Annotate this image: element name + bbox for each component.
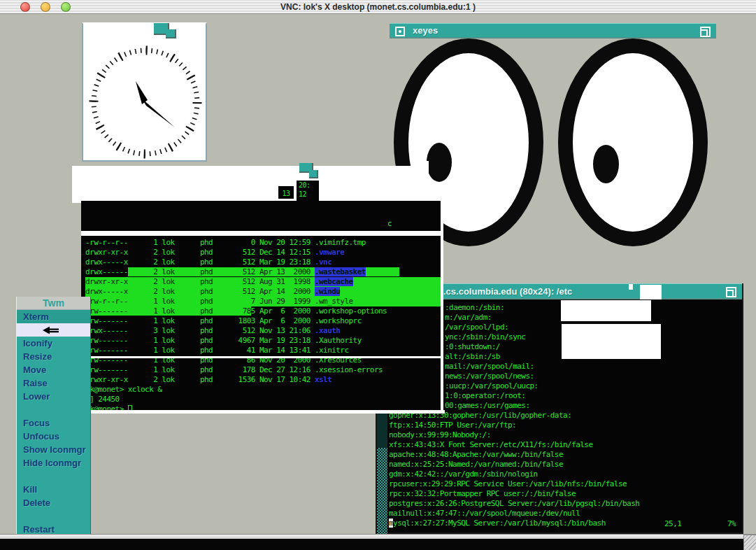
terminal-row: drwx------ 2 lok phd 512 Apr 13 2000 .wa… bbox=[85, 267, 441, 277]
terminal-row: xfs:x:43:43:X Font Server:/etc/X11/fs:/b… bbox=[389, 440, 639, 450]
window-title: VNC: lok's X desktop (monet.cs.columbia.… bbox=[280, 2, 476, 12]
vnc-viewer-window: VNC: lok's X desktop (monet.cs.columbia.… bbox=[0, 0, 756, 550]
terminal-row: -rw-r--r-- 1 lok phd 7 Jun 29 1999 .wm_s… bbox=[85, 297, 441, 306]
window-border bbox=[81, 410, 445, 414]
stray-character: c bbox=[387, 219, 392, 229]
terminal-row: :0:shutdown:/ bbox=[445, 342, 539, 352]
terminal-row: ftp:x:14:50:FTP User:/var/ftp: bbox=[389, 421, 639, 430]
menu-separator bbox=[17, 470, 90, 483]
twm-menu[interactable]: Twm XtermIconifyResizeMoveRaiseLowerFocu… bbox=[16, 297, 91, 537]
menu-item-raise[interactable]: Raise bbox=[17, 376, 90, 390]
terminal-row: rpc:x:32:32:Portmapper RPC user:/:/bin/f… bbox=[389, 489, 639, 499]
menu-item-focus[interactable]: Focus bbox=[17, 416, 90, 430]
passwd-lines-occluded: :daemon:/sbin:m:/var/adm:/var/spool/lpd:… bbox=[445, 303, 539, 411]
passwd-lines: gopher:x:13:30:gopher:/usr/lib/gopher-da… bbox=[389, 411, 639, 528]
iconify-icon[interactable] bbox=[395, 27, 405, 36]
terminal-row: apache:x:48:48:Apache:/var/www:/bin/fals… bbox=[389, 450, 639, 460]
terminal-row: news:/var/spool/news: bbox=[445, 372, 539, 381]
terminal-row: -rw------- 1 lok phd 1803 Apr 6 2000 .wo… bbox=[85, 316, 441, 326]
menu-item-lower[interactable]: Lower bbox=[17, 390, 90, 403]
terminal-row: mysql:x:27:27:MySQL Server:/var/lib/mysq… bbox=[389, 519, 639, 528]
resize-icon[interactable] bbox=[726, 287, 736, 297]
terminal-row: rpcuser:x:29:29:RPC Service User:/var/li… bbox=[389, 479, 639, 489]
twm-menu-header: Twm bbox=[17, 297, 90, 310]
xeyes-titlebar[interactable]: xeyes bbox=[390, 23, 716, 38]
terminal-row: ync:/sbin:/bin/sync bbox=[445, 332, 539, 342]
minimize-button[interactable] bbox=[41, 2, 50, 12]
terminal-row: drwx-----x 2 lok phd 512 Mar 19 23:18 .v… bbox=[85, 258, 441, 267]
mouse-cursor-icon bbox=[42, 326, 60, 334]
text-fragment: 13 bbox=[278, 186, 294, 199]
terminal-row: -rw------- 1 lok phd 4967 Mar 19 23:18 .… bbox=[85, 336, 441, 346]
twm-menu-items: XtermIconifyResizeMoveRaiseLowerFocusUnf… bbox=[17, 310, 90, 536]
terminal-row: -rw------- 1 lok phd 785 Apr 6 2000 .wor… bbox=[85, 306, 441, 316]
terminal-row: [1] 24450 bbox=[81, 395, 441, 404]
terminal-row: drwxr-xr-x 2 lok phd 512 Dec 14 12:15 .v… bbox=[85, 248, 441, 258]
terminal-row: 00:games:/usr/games: bbox=[445, 401, 539, 411]
text-fragment-line: 20: bbox=[299, 181, 319, 190]
text-fragment-line: 12 bbox=[299, 190, 319, 199]
window-decor-artifact bbox=[166, 29, 176, 38]
terminal-row: lok@monet> xclock & bbox=[81, 385, 441, 395]
xeyes-title: xeyes bbox=[413, 25, 438, 36]
scrollbar-thumb[interactable] bbox=[377, 448, 387, 534]
menu-highlighted-row[interactable] bbox=[17, 323, 90, 337]
terminal-row: :uucp:/var/spool/uucp: bbox=[445, 381, 539, 391]
menu-item-iconify[interactable]: Iconify bbox=[17, 337, 90, 350]
terminal-row: -rw------- 1 lok phd 178 Dec 27 12:16 .x… bbox=[85, 365, 441, 375]
unrefreshed-region bbox=[561, 300, 651, 321]
terminal-row: /var/spool/lpd: bbox=[445, 323, 539, 332]
terminal-row: :daemon:/sbin: bbox=[445, 303, 539, 313]
terminal-row: drwx-----x 2 lok phd 512 Apr 14 2000 .wi… bbox=[85, 287, 441, 297]
clock-face bbox=[83, 24, 206, 160]
close-button[interactable] bbox=[20, 2, 30, 12]
xeyes-left-pupil bbox=[427, 143, 452, 182]
terminal-row: gdm:x:42:42::/var/gdm:/sbin/nologin bbox=[389, 470, 639, 479]
unrefreshed-region bbox=[81, 231, 443, 236]
terminal-row: 1:0:operator:/root: bbox=[445, 391, 539, 401]
menu-item-unfocus[interactable]: Unfocus bbox=[17, 430, 90, 443]
terminal-row: mail:/var/spool/mail: bbox=[445, 362, 539, 372]
unrefreshed-titlebar bbox=[72, 166, 429, 203]
unrefreshed-region bbox=[640, 285, 662, 299]
horizontal-scrollbar[interactable] bbox=[0, 534, 756, 539]
resize-icon[interactable] bbox=[700, 27, 711, 37]
terminal-row: nobody:x:99:99:Nobody:/: bbox=[389, 430, 639, 440]
zoom-button[interactable] bbox=[61, 2, 71, 12]
window-border-artifact bbox=[73, 356, 443, 358]
terminal-row: mailnull:x:47:47::/var/spool/mqueue:/dev… bbox=[389, 509, 639, 519]
text-fragment: 20: 12 bbox=[297, 181, 319, 201]
menu-item-show-iconmgr[interactable]: Show Iconmgr bbox=[17, 443, 90, 456]
window-titlebar[interactable]: VNC: lok's X desktop (monet.cs.columbia.… bbox=[0, 0, 756, 14]
menu-item-resize[interactable]: Resize bbox=[17, 350, 90, 363]
xterm-passwd-title: .cs.columbia.edu (80x24): /etc bbox=[443, 286, 572, 297]
menu-item-xterm[interactable]: Xterm bbox=[17, 310, 90, 323]
menu-item-hide-iconmgr[interactable]: Hide Iconmgr bbox=[17, 456, 90, 470]
terminal-row: -rw-r--r-- 1 lok phd 0 Nov 20 12:59 .vim… bbox=[85, 238, 441, 248]
xterm-ls-window-top[interactable]: c -rw-r--r-- 1 lok phd 2569 Dec 3 2000 .… bbox=[81, 201, 443, 231]
menu-item-kill[interactable]: Kill bbox=[17, 483, 90, 496]
unrefreshed-region bbox=[562, 324, 661, 359]
menu-separator bbox=[17, 509, 90, 523]
vim-cursor-position: 25,1 bbox=[664, 519, 681, 529]
hour-hand bbox=[136, 81, 148, 104]
terminal-row: -rw------- 1 lok phd 41 Mar 14 13:41 .xi… bbox=[85, 346, 441, 355]
xeyes-right-eye bbox=[558, 38, 708, 246]
xterm-ls-window[interactable]: -rw-r--r-- 1 lok phd 0 Nov 20 12:59 .vim… bbox=[81, 236, 441, 414]
menu-item-delete[interactable]: Delete bbox=[17, 496, 90, 509]
terminal-row: -rwxr-xr-x 2 lok phd 1536 Nov 17 10:42 x… bbox=[85, 375, 441, 385]
terminal-row: drwxr-xr-x 2 lok phd 512 Aug 31 1998 .we… bbox=[85, 277, 441, 287]
menu-item-move[interactable]: Move bbox=[17, 363, 90, 376]
vim-scroll-percent: 7% bbox=[727, 519, 736, 529]
window-border bbox=[441, 201, 443, 414]
minute-hand bbox=[142, 99, 175, 127]
unrefreshed-region bbox=[629, 284, 633, 290]
terminal-row: postgres:x:26:26:PostgreSQL Server:/var/… bbox=[389, 499, 639, 509]
scrollbar-thumb-area[interactable] bbox=[0, 539, 743, 550]
terminal-row: named:x:25:25:Named:/var/named:/bin/fals… bbox=[389, 460, 639, 470]
xeyes-right-pupil bbox=[593, 145, 619, 183]
window-decor-artifact bbox=[309, 170, 318, 178]
terminal-row: -rwx------ 3 lok phd 512 Nov 13 21:06 .x… bbox=[85, 326, 441, 336]
resize-grip[interactable] bbox=[743, 535, 756, 550]
x-desktop[interactable]: xeyes .cs.columbia.edu (80x24): /etc :da… bbox=[0, 14, 756, 550]
